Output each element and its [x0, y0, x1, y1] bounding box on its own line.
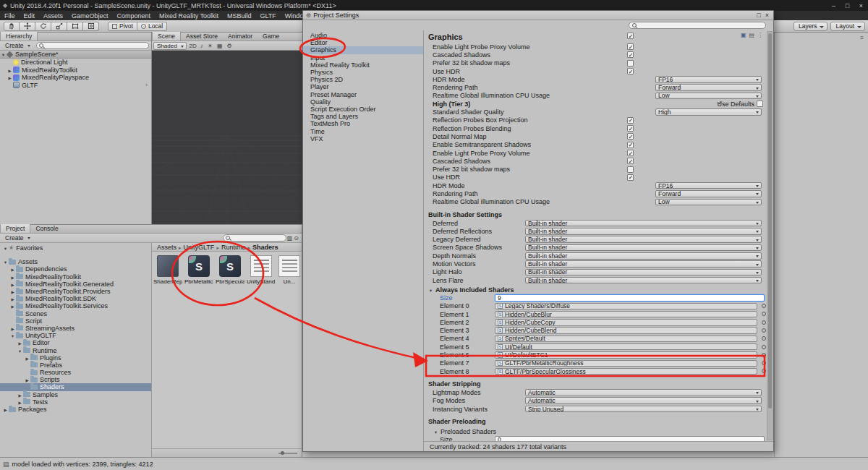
rect-tool-button[interactable]	[67, 22, 83, 31]
tab-animator[interactable]: Animator	[223, 32, 258, 40]
pivot-toggle-button[interactable]: Pivot	[108, 22, 137, 31]
project-create-button[interactable]: Create	[2, 234, 33, 242]
tab-scene[interactable]: Scene	[152, 32, 181, 40]
dropdown[interactable]: Automatic	[525, 397, 762, 404]
breadcrumb-item-shaders[interactable]: Shaders	[252, 244, 278, 251]
expand-arrow-icon[interactable]	[9, 295, 16, 302]
menu-file[interactable]: File	[0, 12, 20, 20]
dropdown[interactable]: Built-in shader	[525, 244, 762, 252]
settings-close-button[interactable]: ×	[765, 12, 769, 19]
settings-category-vfx[interactable]: VFX	[303, 135, 423, 142]
settings-search-input[interactable]	[629, 22, 766, 29]
checkbox[interactable]	[627, 142, 634, 148]
checkbox[interactable]	[627, 158, 634, 164]
project-folder-dependencies[interactable]: Dependencies	[0, 265, 151, 273]
transform-tool-button[interactable]	[83, 22, 99, 31]
expand-arrow-icon[interactable]	[2, 244, 9, 252]
settings-category-textmesh-pro[interactable]: TextMesh Pro	[303, 120, 423, 127]
settings-scrollbar[interactable]	[767, 31, 773, 440]
object-field[interactable]: SUI/DefaultETC1	[495, 351, 757, 359]
breadcrumb-item-assets[interactable]: Assets	[157, 244, 184, 251]
project-folder-resources[interactable]: Resources	[0, 369, 151, 376]
dropdown[interactable]: Built-in shader	[525, 277, 762, 284]
hand-tool-button[interactable]	[4, 22, 20, 31]
expand-arrow-icon[interactable]	[17, 398, 23, 406]
checkbox[interactable]	[627, 166, 634, 173]
dropdown[interactable]: Built-in shader	[525, 228, 762, 235]
project-folder-editor[interactable]: Editor	[0, 339, 151, 346]
camera-icon[interactable]: ▦	[216, 43, 224, 49]
scene-header-row[interactable]: SampleScene*	[0, 51, 151, 59]
layers-dropdown[interactable]: Layers	[793, 22, 828, 31]
project-folder-samples[interactable]: Samples	[0, 391, 151, 398]
project-folder-shaders[interactable]: Shaders	[0, 383, 151, 390]
project-folder-scenes[interactable]: Scenes	[0, 310, 151, 317]
object-field[interactable]: SHidden/CubeBlend	[495, 327, 757, 334]
asset-pbrmetallic[interactable]: PbrMetallic...	[185, 255, 213, 285]
expand-arrow-icon[interactable]	[17, 347, 23, 354]
context-menu-icon[interactable]: ⋮	[757, 32, 763, 38]
settings-category-editor[interactable]: Editor	[303, 39, 423, 46]
asset-shaderrep[interactable]: ShaderRep...	[154, 255, 182, 285]
project-folder-scripts[interactable]: Scripts	[0, 376, 151, 383]
expand-arrow-icon[interactable]	[24, 354, 30, 362]
checkbox[interactable]	[627, 43, 634, 50]
expand-arrow-icon[interactable]	[2, 258, 9, 265]
object-field[interactable]: SHidden/CubeCopy	[495, 319, 757, 326]
checkbox[interactable]	[627, 133, 634, 140]
expand-arrow-icon[interactable]	[9, 273, 16, 281]
checkbox[interactable]	[627, 125, 634, 132]
dropdown[interactable]: High	[655, 108, 762, 116]
settings-category-graphics[interactable]: Graphics	[303, 46, 423, 54]
expand-arrow-icon[interactable]	[9, 302, 16, 309]
settings-category-physics[interactable]: Physics	[303, 69, 423, 76]
object-picker-icon[interactable]	[762, 336, 766, 341]
object-picker-icon[interactable]	[762, 369, 766, 373]
dropdown[interactable]: FP16	[655, 76, 762, 83]
object-picker-icon[interactable]	[762, 320, 766, 325]
menu-gltf[interactable]: GLTF	[256, 12, 281, 20]
menu-mixed-reality-toolkit[interactable]: Mixed Reality Toolkit	[155, 12, 223, 20]
dropdown[interactable]: Low	[655, 199, 762, 206]
audio-icon[interactable]: ♪	[200, 43, 204, 49]
dropdown[interactable]: Forward	[655, 190, 762, 197]
layout-dropdown[interactable]: Layout	[830, 22, 865, 31]
expand-arrow-icon[interactable]	[17, 339, 23, 346]
expand-arrow-icon[interactable]	[2, 406, 9, 413]
hierarchy-create-button[interactable]: Create	[2, 42, 33, 50]
dropdown[interactable]: Built-in shader	[525, 269, 762, 276]
object-field[interactable]: SLegacy Shaders/Diffuse	[495, 303, 757, 310]
checkbox[interactable]	[627, 174, 634, 181]
clipped-row-checkbox[interactable]	[627, 33, 634, 39]
expand-arrow-icon[interactable]	[9, 325, 16, 332]
hidden-packages-icon[interactable]: ⊙	[293, 235, 299, 242]
asset-unitystand[interactable]: UnityStand...	[247, 255, 275, 285]
object-picker-icon[interactable]	[762, 345, 766, 349]
breadcrumb-item-unitygltf[interactable]: UnityGLTF	[184, 244, 221, 251]
dropdown[interactable]: Built-in shader	[525, 236, 762, 243]
project-folder-unitygltf[interactable]: UnityGLTF	[0, 332, 151, 339]
object-field[interactable]: SGLTF/PbrMetallicRoughness	[495, 360, 757, 367]
project-folder-packages[interactable]: Packages	[0, 406, 151, 413]
project-folder-runtime[interactable]: Runtime	[0, 346, 151, 354]
project-folder-prefabs[interactable]: Prefabs	[0, 362, 151, 369]
expand-arrow-icon[interactable]	[9, 265, 16, 273]
object-field[interactable]: SHidden/CubeBlur	[495, 311, 757, 318]
object-field[interactable]: SUI/Default	[495, 343, 757, 351]
draw-mode-dropdown[interactable]: Shaded	[153, 42, 187, 50]
project-folder-mixedrealitytoolkit[interactable]: MixedRealityToolkit	[0, 273, 151, 281]
asset-un[interactable]: Un...	[278, 255, 300, 285]
foldout-arrow-icon[interactable]	[433, 428, 439, 435]
toggle-2d-button[interactable]: 2D	[189, 43, 197, 49]
object-picker-icon[interactable]	[762, 328, 766, 333]
checkbox[interactable]	[627, 68, 634, 74]
hierarchy-search-input[interactable]	[36, 42, 149, 49]
project-folder-mixedrealitytoolkit-sdk[interactable]: MixedRealityToolkit.SDK	[0, 295, 151, 302]
dropdown[interactable]: Strip Unused	[525, 406, 762, 413]
dropdown[interactable]: FP16	[655, 182, 762, 189]
local-toggle-button[interactable]: Local	[137, 22, 167, 31]
text-field[interactable]: 0	[495, 436, 765, 441]
rotate-tool-button[interactable]	[35, 22, 51, 31]
project-folder-mixedrealitytoolkit-providers[interactable]: MixedRealityToolkit.Providers	[0, 288, 151, 295]
breadcrumb-item-runtime[interactable]: Runtime	[221, 244, 252, 251]
